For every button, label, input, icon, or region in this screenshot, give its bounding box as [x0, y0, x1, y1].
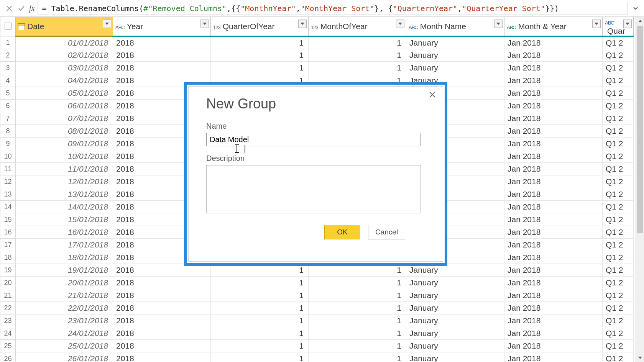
cell-date[interactable]: 03/01/2018: [16, 62, 113, 74]
cell-date[interactable]: 05/01/2018: [16, 87, 113, 100]
cell-date[interactable]: 09/01/2018: [16, 138, 113, 150]
row-number[interactable]: 17: [0, 239, 16, 251]
cell-month-year[interactable]: Jan 2018: [504, 251, 603, 264]
select-all-corner[interactable]: [0, 17, 16, 36]
cell-quarter-of-year[interactable]: 1: [211, 277, 309, 289]
cell-month-year[interactable]: Jan 2018: [504, 226, 603, 239]
cell-year[interactable]: 2018: [113, 62, 211, 74]
scroll-down-icon[interactable]: [636, 354, 644, 362]
cell-month-of-year[interactable]: 1: [309, 327, 406, 340]
cell-quarter[interactable]: Q1 2: [603, 201, 634, 213]
scrollbar-thumb[interactable]: [637, 26, 643, 233]
formula-input[interactable]: = Table.RenameColumns( #"Removed Columns…: [38, 2, 628, 15]
cell-quarter[interactable]: Q1 2: [603, 352, 634, 362]
cell-quarter[interactable]: Q1 2: [603, 125, 634, 138]
row-number[interactable]: 13: [0, 188, 16, 201]
cell-date[interactable]: 24/01/2018: [16, 327, 113, 340]
cell-quarter[interactable]: Q1 2: [603, 226, 634, 239]
cell-month-year[interactable]: Jan 2018: [504, 112, 603, 125]
column-filter-dropdown[interactable]: [494, 20, 503, 28]
cell-month-year[interactable]: Jan 2018: [504, 327, 603, 340]
table-row[interactable]: 303/01/2018201811JanuaryJan 2018Q1 2: [0, 62, 634, 74]
table-row[interactable]: 2626/01/2018201811JanuaryJan 2018Q1 2: [0, 352, 634, 362]
row-number[interactable]: 20: [0, 277, 16, 289]
cell-year[interactable]: 2018: [113, 289, 211, 302]
column-header-year[interactable]: ABCYear: [113, 17, 211, 36]
cell-month-name[interactable]: January: [406, 277, 504, 289]
row-number[interactable]: 2: [0, 49, 16, 62]
cell-month-year[interactable]: Jan 2018: [504, 163, 603, 175]
cell-date[interactable]: 26/01/2018: [16, 352, 113, 362]
cell-month-name[interactable]: January: [406, 352, 504, 362]
vertical-scrollbar[interactable]: [636, 17, 644, 362]
cell-month-year[interactable]: Jan 2018: [504, 201, 603, 213]
cell-quarter-of-year[interactable]: 1: [211, 340, 309, 352]
cell-month-of-year[interactable]: 1: [309, 340, 406, 352]
cell-month-name[interactable]: January: [406, 340, 504, 352]
cell-quarter[interactable]: Q1 2: [603, 150, 634, 163]
row-number[interactable]: 14: [0, 201, 16, 213]
row-number[interactable]: 4: [0, 74, 16, 87]
cell-date[interactable]: 06/01/2018: [16, 100, 113, 112]
column-header-quar[interactable]: ABCQuar: [603, 17, 634, 36]
cell-quarter-of-year[interactable]: 1: [211, 302, 309, 314]
row-number[interactable]: 3: [0, 62, 16, 74]
cell-quarter[interactable]: Q1 2: [603, 340, 634, 352]
row-number[interactable]: 1: [0, 36, 16, 49]
scroll-up-icon[interactable]: [636, 17, 644, 25]
table-row[interactable]: 2323/01/2018201811JanuaryJan 2018Q1 2: [0, 314, 634, 327]
cell-quarter[interactable]: Q1 2: [603, 213, 634, 226]
cell-quarter[interactable]: Q1 2: [603, 302, 634, 314]
cell-month-year[interactable]: Jan 2018: [504, 289, 603, 302]
cell-month-of-year[interactable]: 1: [309, 277, 406, 289]
cell-month-name[interactable]: January: [406, 62, 504, 74]
cell-year[interactable]: 2018: [113, 340, 211, 352]
close-icon[interactable]: [427, 90, 437, 100]
column-filter-dropdown[interactable]: [396, 20, 404, 28]
cell-quarter[interactable]: Q1 2: [603, 264, 634, 277]
table-row[interactable]: 202/01/2018201811JanuaryJan 2018Q1 2: [0, 49, 634, 62]
cell-year[interactable]: 2018: [113, 36, 211, 49]
row-number[interactable]: 18: [0, 251, 16, 264]
cell-month-year[interactable]: Jan 2018: [504, 302, 603, 314]
cell-quarter-of-year[interactable]: 1: [211, 36, 309, 49]
cell-month-of-year[interactable]: 1: [309, 352, 406, 362]
cell-month-year[interactable]: Jan 2018: [504, 100, 603, 112]
cell-month-year[interactable]: Jan 2018: [504, 74, 603, 87]
row-number[interactable]: 23: [0, 314, 16, 327]
column-header-date[interactable]: Date: [16, 17, 113, 36]
cell-quarter-of-year[interactable]: 1: [211, 352, 309, 362]
cell-month-year[interactable]: Jan 2018: [504, 87, 603, 100]
cell-quarter[interactable]: Q1 2: [603, 49, 634, 62]
cancel-formula-icon[interactable]: [4, 3, 15, 14]
cell-month-year[interactable]: Jan 2018: [504, 49, 603, 62]
name-input[interactable]: [206, 133, 421, 146]
cell-month-name[interactable]: January: [406, 327, 504, 340]
row-number[interactable]: 7: [0, 112, 16, 125]
column-header-month-name[interactable]: ABCMonth Name: [406, 17, 504, 36]
cell-month-year[interactable]: Jan 2018: [504, 277, 603, 289]
cell-month-year[interactable]: Jan 2018: [504, 239, 603, 251]
cell-quarter[interactable]: Q1 2: [603, 62, 634, 74]
column-header-quarterofyear[interactable]: 123QuarterOfYear: [211, 17, 309, 36]
cell-year[interactable]: 2018: [113, 49, 211, 62]
cell-date[interactable]: 14/01/2018: [16, 201, 113, 213]
table-row[interactable]: 2424/01/2018201811JanuaryJan 2018Q1 2: [0, 327, 634, 340]
cell-year[interactable]: 2018: [113, 327, 211, 340]
cell-year[interactable]: 2018: [113, 302, 211, 314]
cell-month-of-year[interactable]: 1: [309, 62, 406, 74]
row-number[interactable]: 15: [0, 213, 16, 226]
cell-date[interactable]: 22/01/2018: [16, 302, 113, 314]
cell-month-of-year[interactable]: 1: [309, 36, 406, 49]
cell-quarter-of-year[interactable]: 1: [211, 62, 309, 74]
cell-date[interactable]: 23/01/2018: [16, 314, 113, 327]
cell-date[interactable]: 12/01/2018: [16, 175, 113, 188]
cell-month-year[interactable]: Jan 2018: [504, 314, 603, 327]
cell-month-year[interactable]: Jan 2018: [504, 352, 603, 362]
cell-quarter[interactable]: Q1 2: [603, 36, 634, 49]
column-filter-dropdown[interactable]: [200, 20, 209, 28]
cell-quarter[interactable]: Q1 2: [603, 289, 634, 302]
table-row[interactable]: 2121/01/2018201811JanuaryJan 2018Q1 2: [0, 289, 634, 302]
cell-date[interactable]: 01/01/2018: [16, 36, 113, 49]
cell-quarter[interactable]: Q1 2: [603, 74, 634, 87]
